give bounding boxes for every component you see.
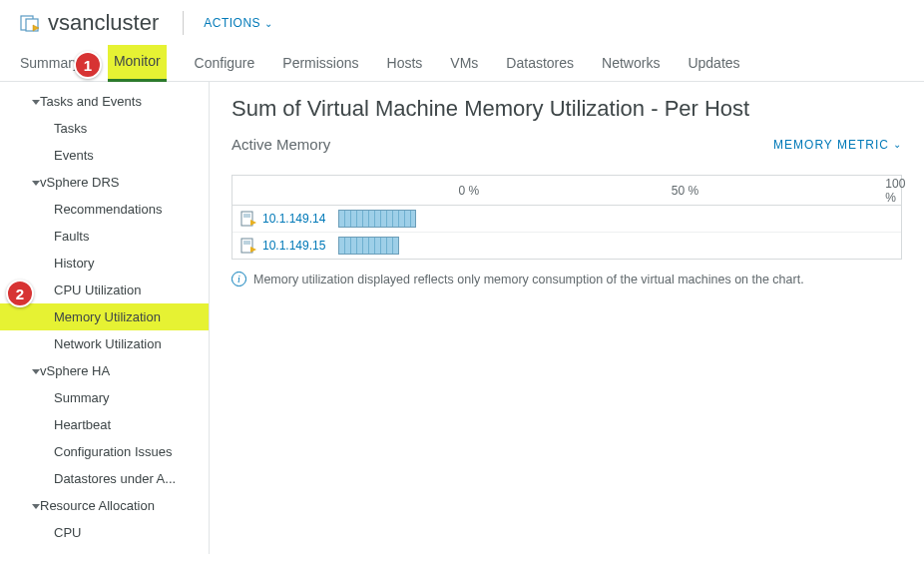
caret-down-icon xyxy=(32,94,40,109)
sidebar-item-datastores-apd[interactable]: Datastores under A... xyxy=(0,465,209,492)
main-title: Sum of Virtual Machine Memory Utilizatio… xyxy=(231,96,902,122)
cluster-title: vsancluster xyxy=(48,10,159,36)
header-divider xyxy=(183,11,184,35)
svg-rect-11 xyxy=(243,241,250,245)
actions-dropdown[interactable]: ACTIONS ⌄ xyxy=(204,16,272,30)
sidebar-item-memory[interactable]: Memory xyxy=(0,546,209,554)
sidebar-item-config-issues[interactable]: Configuration Issues xyxy=(0,438,209,465)
host-link-2[interactable]: 10.1.149.15 xyxy=(262,239,338,253)
bar-fill-host-2 xyxy=(338,237,399,255)
tab-permissions[interactable]: Permissions xyxy=(282,47,358,81)
cluster-icon xyxy=(20,13,40,33)
callout-1: 1 xyxy=(74,51,102,79)
callout-2: 2 xyxy=(6,280,34,307)
sidebar-group-tasks-events[interactable]: Tasks and Events xyxy=(0,88,209,115)
svg-marker-4 xyxy=(32,181,40,186)
chart-row-host-2: 10.1.149.15 xyxy=(232,233,901,259)
tab-configure[interactable]: Configure xyxy=(195,47,255,81)
tab-summary[interactable]: Summary xyxy=(20,47,80,81)
tab-monitor[interactable]: Monitor xyxy=(108,45,167,82)
sidebar-group-resource-alloc[interactable]: Resource Allocation xyxy=(0,492,209,519)
caret-down-icon xyxy=(32,175,40,190)
sidebar-group-label: Tasks and Events xyxy=(40,94,142,109)
svg-marker-6 xyxy=(32,504,40,509)
info-icon: i xyxy=(231,272,246,286)
svg-marker-9 xyxy=(250,220,256,226)
bar-track xyxy=(338,237,893,255)
info-note-text: Memory utilization displayed reflects on… xyxy=(253,273,804,286)
metric-link-label: MEMORY METRIC xyxy=(773,138,889,152)
sidebar-group-label: vSphere DRS xyxy=(40,175,119,190)
sidebar[interactable]: Tasks and Events Tasks Events vSphere DR… xyxy=(0,82,210,554)
sidebar-item-cpu[interactable]: CPU xyxy=(0,519,209,546)
main-panel: Sum of Virtual Machine Memory Utilizatio… xyxy=(210,82,924,554)
sidebar-item-events[interactable]: Events xyxy=(0,142,209,169)
chart-scale-header: 0 % 50 % 100 % xyxy=(232,176,901,206)
memory-metric-dropdown[interactable]: MEMORY METRIC ⌄ xyxy=(773,138,902,152)
caret-down-icon xyxy=(32,363,40,378)
sidebar-item-ha-summary[interactable]: Summary xyxy=(0,384,209,411)
chart-row-host-1: 10.1.149.14 xyxy=(232,206,901,233)
page-header: vsancluster ACTIONS ⌄ xyxy=(0,0,924,45)
host-link-1[interactable]: 10.1.149.14 xyxy=(262,212,338,226)
scale-tick-100: 100 % xyxy=(885,177,905,205)
utilization-chart: 0 % 50 % 100 % 10.1.149.14 10.1.149.15 xyxy=(231,175,902,260)
sidebar-item-memory-util[interactable]: Memory Utilization xyxy=(0,303,209,330)
scale-tick-0: 0 % xyxy=(458,184,479,198)
chevron-down-icon: ⌄ xyxy=(893,139,902,150)
sidebar-item-faults[interactable]: Faults xyxy=(0,223,209,250)
svg-rect-8 xyxy=(243,214,250,218)
chevron-down-icon: ⌄ xyxy=(264,18,273,29)
sidebar-group-label: Resource Allocation xyxy=(40,498,155,513)
tab-networks[interactable]: Networks xyxy=(602,47,660,81)
scale-tick-50: 50 % xyxy=(672,184,698,198)
tab-hosts[interactable]: Hosts xyxy=(387,47,423,81)
sidebar-item-heartbeat[interactable]: Heartbeat xyxy=(0,411,209,438)
sidebar-item-history[interactable]: History xyxy=(0,250,209,277)
main-tabs: Summary Monitor Configure Permissions Ho… xyxy=(0,45,924,82)
tab-updates[interactable]: Updates xyxy=(688,47,739,81)
bar-fill-host-1 xyxy=(338,210,416,228)
info-note: i Memory utilization displayed reflects … xyxy=(231,272,902,286)
caret-down-icon xyxy=(32,498,40,513)
svg-marker-3 xyxy=(32,100,40,105)
svg-marker-12 xyxy=(250,247,256,253)
sidebar-item-recommendations[interactable]: Recommendations xyxy=(0,196,209,223)
tab-datastores[interactable]: Datastores xyxy=(506,47,574,81)
host-warning-icon xyxy=(240,238,256,254)
host-warning-icon xyxy=(240,211,256,227)
sidebar-group-drs[interactable]: vSphere DRS xyxy=(0,169,209,196)
sidebar-group-label: vSphere HA xyxy=(40,363,110,378)
tab-vms[interactable]: VMs xyxy=(450,47,478,81)
content-body: Tasks and Events Tasks Events vSphere DR… xyxy=(0,82,924,554)
sub-title: Active Memory xyxy=(231,136,330,153)
sidebar-item-tasks[interactable]: Tasks xyxy=(0,115,209,142)
sidebar-item-network-util[interactable]: Network Utilization xyxy=(0,330,209,357)
svg-marker-5 xyxy=(32,369,40,374)
sub-row: Active Memory MEMORY METRIC ⌄ xyxy=(231,136,902,153)
sidebar-group-ha[interactable]: vSphere HA xyxy=(0,357,209,384)
bar-track xyxy=(338,210,893,228)
actions-label: ACTIONS xyxy=(204,16,260,30)
